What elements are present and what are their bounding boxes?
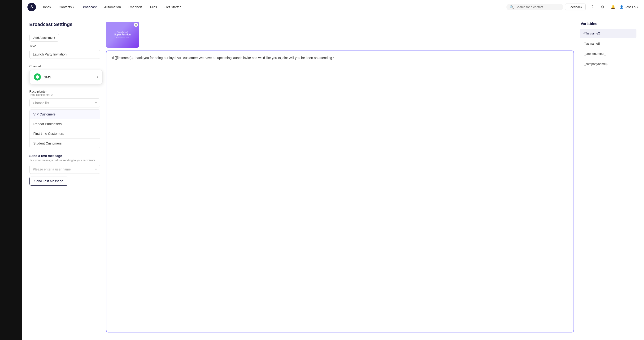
page-body: Broadcast Settings Add Attachment Title*… <box>22 14 644 340</box>
test-message-section: Send a test message Test your message be… <box>29 154 100 185</box>
channel-label: Channel <box>29 64 100 68</box>
recipients-label: Receipients* <box>29 90 100 93</box>
variable-item-companyname[interactable]: {{companyname}} <box>580 59 636 68</box>
title-label: Title* <box>29 44 100 48</box>
list-option-first-time[interactable]: First-time Customers <box>30 129 100 139</box>
nav-right: Feedback ? ⚙ 🔔 👤 Jess Lo ▾ <box>565 3 638 11</box>
list-options: VIP Customers Repeat Purchasers First-ti… <box>29 109 100 148</box>
add-attachment-button[interactable]: Add Attachment <box>29 34 59 41</box>
choose-list-dropdown[interactable]: Choose list ▾ <box>29 98 100 107</box>
channel-chevron-icon: ▾ <box>97 75 98 79</box>
settings-icon[interactable]: ⚙ <box>599 3 606 11</box>
nav-item-inbox[interactable]: Inbox <box>40 3 54 11</box>
sms-icon-inner <box>36 75 39 79</box>
nav-item-get-started[interactable]: Get Started <box>161 3 185 11</box>
notifications-icon[interactable]: 🔔 <box>609 3 617 11</box>
user-name-chevron-icon: ▾ <box>95 168 97 171</box>
user-icon: 👤 <box>620 5 624 9</box>
nav-item-broadcast[interactable]: Broadcast <box>78 3 100 11</box>
test-message-title: Send a test message <box>29 154 100 158</box>
help-icon[interactable]: ? <box>588 3 596 11</box>
user-chevron-icon: ▾ <box>637 5 638 9</box>
main-wrapper: S Inbox Contacts ▾ Broadcast Automation … <box>22 0 644 340</box>
variables-title: Variables <box>580 22 636 26</box>
nav-item-files[interactable]: Files <box>147 3 160 11</box>
choose-list-chevron-icon: ▾ <box>95 101 97 105</box>
user-name-placeholder: Please enter a user name <box>33 168 71 171</box>
attachment-sub: Exclusive Launch Event <box>116 37 128 38</box>
send-test-button[interactable]: Send Test Message <box>29 176 68 185</box>
channel-selected-label: SMS <box>44 75 52 79</box>
middle-area: You're Invited! Super Fashion Exclusive … <box>106 22 574 333</box>
recipients-total: Total Recipients: 0 <box>29 93 100 97</box>
title-section: Title* <box>29 44 100 59</box>
search-icon: 🔍 <box>510 5 514 9</box>
page-title: Broadcast Settings <box>29 22 100 27</box>
feedback-button[interactable]: Feedback <box>565 3 586 10</box>
list-option-repeat[interactable]: Repeat Purchasers <box>30 119 100 129</box>
channel-selected-row: SMS ▾ <box>30 70 102 84</box>
app-logo: S <box>28 3 36 11</box>
nav-item-channels[interactable]: Channels <box>125 3 146 11</box>
list-option-student[interactable]: Student Customers <box>30 139 100 148</box>
message-body-text: Hi {{firstname}}, thank you for being ou… <box>111 56 334 60</box>
attachment-title: Super Fashion <box>114 33 130 36</box>
attachment-close-button[interactable]: ✕ <box>134 23 138 27</box>
variables-panel: Variables {{firstname}} {{lastname}} {{p… <box>580 22 636 333</box>
sms-icon <box>34 73 41 81</box>
search-bar: 🔍 <box>506 4 563 10</box>
topnav: S Inbox Contacts ▾ Broadcast Automation … <box>22 0 644 14</box>
user-menu[interactable]: 👤 Jess Lo ▾ <box>620 5 638 9</box>
choose-list-placeholder: Choose list <box>33 101 49 105</box>
attachment-preview: You're Invited! Super Fashion Exclusive … <box>106 22 139 48</box>
variable-item-lastname[interactable]: {{lastname}} <box>580 39 636 48</box>
contacts-chevron-icon: ▾ <box>73 5 74 9</box>
nav-items: Inbox Contacts ▾ Broadcast Automation Ch… <box>40 3 504 11</box>
attachment-line1: You're Invited! <box>117 31 128 33</box>
left-panel: Broadcast Settings Add Attachment Title*… <box>29 22 100 333</box>
user-name-label: Jess Lo <box>625 5 636 9</box>
test-message-sub: Test your message before sending to your… <box>29 159 100 162</box>
nav-item-automation[interactable]: Automation <box>101 3 124 11</box>
nav-item-contacts[interactable]: Contacts ▾ <box>55 3 77 11</box>
message-editor[interactable]: Hi {{firstname}}, thank you for being ou… <box>106 50 574 333</box>
nav-contacts-label: Contacts <box>59 5 72 9</box>
search-input[interactable] <box>516 5 560 9</box>
title-input[interactable] <box>29 50 100 59</box>
left-sidebar <box>0 0 22 340</box>
recipients-section: Receipients* Total Recipients: 0 Choose … <box>29 90 100 148</box>
list-option-vip[interactable]: VIP Customers <box>30 110 100 119</box>
channel-section: Channel SMS ▾ <box>29 64 100 84</box>
channel-selected-left: SMS <box>34 73 52 81</box>
user-name-dropdown[interactable]: Please enter a user name ▾ <box>29 165 100 174</box>
variable-item-phonenumber[interactable]: {{phonenumber}} <box>580 49 636 58</box>
variable-item-firstname[interactable]: {{firstname}} <box>580 29 636 38</box>
channel-dropdown[interactable]: SMS ▾ <box>29 70 102 84</box>
